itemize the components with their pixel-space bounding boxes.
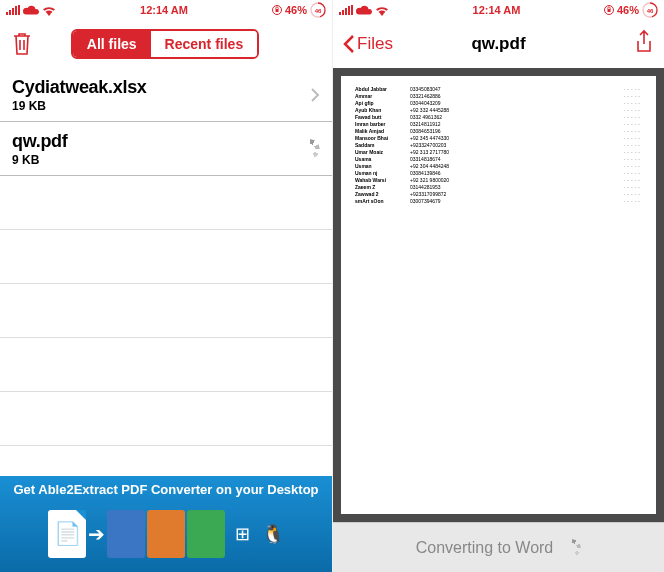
- pdf-text-row: Mansoor Bhai+92 345 4474330-----: [355, 135, 642, 141]
- xls-icon: [187, 510, 225, 558]
- svg-rect-6: [607, 9, 610, 12]
- file-row[interactable]: Cydiatweak.xlsx 19 KB: [0, 68, 332, 122]
- screen-file-list: 12:14 AM 46% 46 All files Recent files C…: [0, 0, 332, 572]
- empty-row: [0, 338, 332, 392]
- lock-icon: [272, 4, 282, 16]
- file-row[interactable]: qw.pdf 9 KB: [0, 122, 332, 176]
- pdf-text-row: Fawad butt0332 4961362-----: [355, 114, 642, 120]
- battery-percent: 46%: [285, 4, 307, 16]
- pdf-text-row: Usman+92 304 4484248-----: [355, 163, 642, 169]
- back-button[interactable]: Files: [343, 34, 393, 54]
- linux-icon: 🐧: [262, 523, 284, 545]
- svg-text:46: 46: [647, 8, 654, 14]
- nav-bar: All files Recent files: [0, 20, 332, 68]
- status-time: 12:14 AM: [140, 4, 188, 16]
- signal-icon: [6, 5, 20, 15]
- svg-text:46: 46: [315, 8, 322, 14]
- empty-row: [0, 284, 332, 338]
- convert-status-bar: Converting to Word: [333, 522, 664, 572]
- cloud-icon: [23, 5, 39, 16]
- pdf-text-row: Imran barber03214811912-----: [355, 121, 642, 127]
- loading-spinner-icon: [563, 539, 581, 557]
- segmented-control: All files Recent files: [71, 29, 259, 59]
- tab-all-files[interactable]: All files: [73, 31, 151, 57]
- pdf-text-row: Zaeem Z03144281953-----: [355, 184, 642, 190]
- pdf-text-row: Wahab Warsi+92 321 9800020-----: [355, 177, 642, 183]
- wifi-icon: [375, 5, 389, 16]
- pdf-icon: 📄: [48, 510, 86, 558]
- pdf-text-row: Zawwad 2+923317099872-----: [355, 191, 642, 197]
- pdf-text-row: smArt sOon03007394679-----: [355, 198, 642, 204]
- status-bar: 12:14 AM 46% 46: [0, 0, 332, 20]
- tab-recent-files[interactable]: Recent files: [151, 31, 258, 57]
- pdf-text-row: Malik Amjad03084653196-----: [355, 128, 642, 134]
- nav-bar: Files qw.pdf: [333, 20, 664, 68]
- status-time: 12:14 AM: [473, 4, 521, 16]
- chevron-right-icon: [310, 87, 320, 103]
- battery-ring-icon: 46: [310, 2, 326, 18]
- file-name: qw.pdf: [12, 131, 300, 152]
- wifi-icon: [42, 5, 56, 16]
- chevron-left-icon: [343, 34, 355, 54]
- ppt-icon: [147, 510, 185, 558]
- empty-row: [0, 392, 332, 446]
- promo-icons: 📄 ➔ ⊞ 🐧: [48, 499, 284, 568]
- pdf-text-row: Saddam+923324700203-----: [355, 142, 642, 148]
- svg-rect-1: [275, 9, 278, 12]
- pdf-text-row: Api gfip03044043209-----: [355, 100, 642, 106]
- pdf-page: Abdul Jabbar03345083047-----Ammar0332146…: [341, 76, 656, 514]
- pdf-preview[interactable]: Abdul Jabbar03345083047-----Ammar0332146…: [333, 68, 664, 522]
- arrow-icon: ➔: [88, 522, 105, 546]
- status-bar: 12:14 AM 46% 46: [333, 0, 664, 20]
- promo-text: Get Able2Extract PDF Converter on your D…: [9, 480, 322, 499]
- lock-icon: [604, 4, 614, 16]
- windows-icon: ⊞: [235, 523, 250, 545]
- cloud-icon: [356, 5, 372, 16]
- file-size: 19 KB: [12, 99, 310, 113]
- empty-row: [0, 176, 332, 230]
- pdf-text-row: Ammar03321462886-----: [355, 93, 642, 99]
- battery-percent: 46%: [617, 4, 639, 16]
- pdf-text-row: Ayub Khan+92 332 4445288-----: [355, 107, 642, 113]
- trash-icon[interactable]: [10, 30, 34, 58]
- convert-label: Converting to Word: [416, 539, 554, 557]
- word-icon: [107, 510, 145, 558]
- file-name: Cydiatweak.xlsx: [12, 77, 310, 98]
- pdf-text-row: Abdul Jabbar03345083047-----: [355, 86, 642, 92]
- file-list: Cydiatweak.xlsx 19 KB qw.pdf 9 KB: [0, 68, 332, 476]
- pdf-text-row: Umar Moaiz+92 313 2717780-----: [355, 149, 642, 155]
- empty-row: [0, 230, 332, 284]
- signal-icon: [339, 5, 353, 15]
- pdf-text-row: Usman nj03084139846-----: [355, 170, 642, 176]
- back-label: Files: [357, 34, 393, 54]
- file-size: 9 KB: [12, 153, 300, 167]
- pdf-text-row: Usama03314818674-----: [355, 156, 642, 162]
- loading-spinner-icon: [300, 139, 320, 159]
- battery-ring-icon: 46: [642, 2, 658, 18]
- promo-banner[interactable]: Get Able2Extract PDF Converter on your D…: [0, 476, 332, 572]
- screen-preview: 12:14 AM 46% 46 Files qw.pdf Abdul Jabba…: [332, 0, 664, 572]
- share-icon[interactable]: [634, 29, 654, 59]
